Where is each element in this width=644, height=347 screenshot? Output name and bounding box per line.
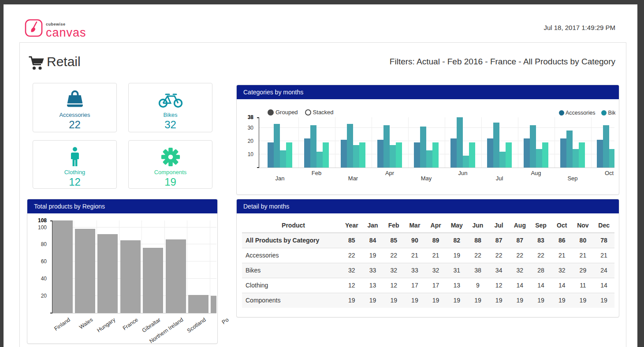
bar-accessories[interactable] xyxy=(377,140,383,168)
radio-stacked[interactable]: Stacked xyxy=(305,109,334,116)
bar-components[interactable] xyxy=(323,142,329,168)
bar-clothing[interactable] xyxy=(536,149,542,168)
bar-bikes[interactable] xyxy=(603,125,609,168)
panel-title: Total products by Regions xyxy=(27,199,217,213)
value-cell: 14 xyxy=(593,278,614,293)
bar-wales[interactable] xyxy=(75,229,95,313)
kpi-card-components[interactable]: Components 19 xyxy=(128,140,212,189)
bar-accessories[interactable] xyxy=(487,138,493,168)
bar-components[interactable] xyxy=(396,142,402,168)
bar-accessories[interactable] xyxy=(304,138,310,168)
bar-accessories[interactable] xyxy=(450,138,457,168)
bar-clothing[interactable] xyxy=(426,150,432,168)
table-header-cell: May xyxy=(446,218,467,233)
bar-components[interactable] xyxy=(359,142,365,168)
value-cell: 21 xyxy=(404,248,425,263)
value-cell: 22 xyxy=(341,248,362,263)
bar-components[interactable] xyxy=(506,142,512,168)
bar-bikes[interactable] xyxy=(347,124,353,168)
bar-components[interactable] xyxy=(579,142,585,168)
value-cell: 29 xyxy=(573,263,594,278)
bar-clothing[interactable] xyxy=(609,149,614,168)
v-gridline xyxy=(372,117,372,168)
brand-logo[interactable]: cubewise canvas xyxy=(25,19,86,39)
kpi-label: Clothing xyxy=(33,169,116,175)
bar-northern-ireland[interactable] xyxy=(166,239,186,313)
v-gridline xyxy=(97,220,97,313)
value-cell: 85 xyxy=(341,233,362,248)
value-cell: 28 xyxy=(530,263,551,278)
value-cell: 14 xyxy=(510,278,531,293)
bar-clothing[interactable] xyxy=(353,145,359,168)
bar-finland[interactable] xyxy=(52,220,73,313)
bar-accessories[interactable] xyxy=(597,140,603,168)
bar-clothing[interactable] xyxy=(280,150,286,168)
value-cell: 85 xyxy=(383,233,404,248)
value-cell: 12 xyxy=(488,278,510,293)
x-tick-label: Jun xyxy=(450,170,476,176)
bar-components[interactable] xyxy=(286,142,292,168)
bar-bikes[interactable] xyxy=(420,127,426,168)
bar-france[interactable] xyxy=(120,240,141,313)
bar-clothing[interactable] xyxy=(316,152,323,168)
bar-accessories[interactable] xyxy=(560,138,566,168)
bar-accessories[interactable] xyxy=(341,140,347,168)
kpi-value: 12 xyxy=(33,176,116,188)
bar-bikes[interactable] xyxy=(493,123,499,168)
x-tick-label: Aug xyxy=(523,170,549,176)
bar-accessories[interactable] xyxy=(268,142,274,168)
bar-bikes[interactable] xyxy=(310,125,316,168)
bar-gibraltar[interactable] xyxy=(143,248,163,313)
bar-hungary[interactable] xyxy=(97,234,118,313)
value-cell: 17 xyxy=(404,278,425,293)
v-gridline xyxy=(119,220,119,313)
value-cell: 19 xyxy=(530,293,551,308)
value-cell: 19 xyxy=(446,293,467,308)
legend-item-bikes[interactable]: Bikes xyxy=(601,110,615,116)
table-header-cell: Jul xyxy=(488,218,510,233)
kpi-card-clothing[interactable]: Clothing 12 xyxy=(33,140,117,189)
bar-clothing[interactable] xyxy=(390,145,396,168)
bar-components[interactable] xyxy=(542,142,548,168)
value-cell: 13 xyxy=(362,278,383,293)
value-cell: 19 xyxy=(488,293,510,308)
bar-scotland[interactable] xyxy=(188,295,208,313)
bar-bikes[interactable] xyxy=(566,131,573,168)
legend-item-accessories[interactable]: Accessories xyxy=(559,110,595,116)
bar-clothing[interactable] xyxy=(499,152,506,168)
value-cell: 19 xyxy=(467,293,488,308)
v-gridline xyxy=(298,117,299,168)
kpi-card-bikes[interactable]: Bikes 32 xyxy=(128,83,212,132)
v-gridline xyxy=(591,117,592,168)
value-cell: 17 xyxy=(425,278,447,293)
v-gridline xyxy=(555,117,555,168)
bar-bikes[interactable] xyxy=(530,125,536,168)
bar-components[interactable] xyxy=(469,142,475,168)
v-gridline xyxy=(445,117,445,168)
bar-bikes[interactable] xyxy=(274,124,280,168)
value-cell: 21 xyxy=(593,248,614,263)
table-header-cell: Product xyxy=(242,218,341,233)
bar-clothing[interactable] xyxy=(463,156,469,168)
legend-dot-icon xyxy=(559,110,564,116)
table-row: All Products by Category8584859089828887… xyxy=(242,233,614,248)
categories-chart: Grouped Stacked Accessories Bikes 383020… xyxy=(237,99,619,194)
v-gridline xyxy=(141,220,142,313)
table-header-cell: Feb xyxy=(383,218,404,233)
table-header-cell: Sep xyxy=(530,218,551,233)
kpi-card-accessories[interactable]: Accessories 22 xyxy=(33,83,117,132)
bar-bikes[interactable] xyxy=(383,125,390,168)
y-tick-label: 40 xyxy=(41,276,47,282)
bar-accessories[interactable] xyxy=(524,138,530,168)
bar-components[interactable] xyxy=(432,142,439,168)
bar-bikes[interactable] xyxy=(457,117,463,168)
axis-tick xyxy=(257,167,259,168)
bar-accessories[interactable] xyxy=(414,142,420,168)
paintbrush-logo-icon xyxy=(25,19,43,39)
x-tick-label: Scotland xyxy=(186,317,207,334)
radio-grouped[interactable]: Grouped xyxy=(268,109,298,116)
bar-po[interactable] xyxy=(211,296,216,313)
bar-clothing[interactable] xyxy=(573,149,579,168)
x-tick-label: Feb xyxy=(303,170,330,176)
value-cell: 24 xyxy=(593,263,614,278)
